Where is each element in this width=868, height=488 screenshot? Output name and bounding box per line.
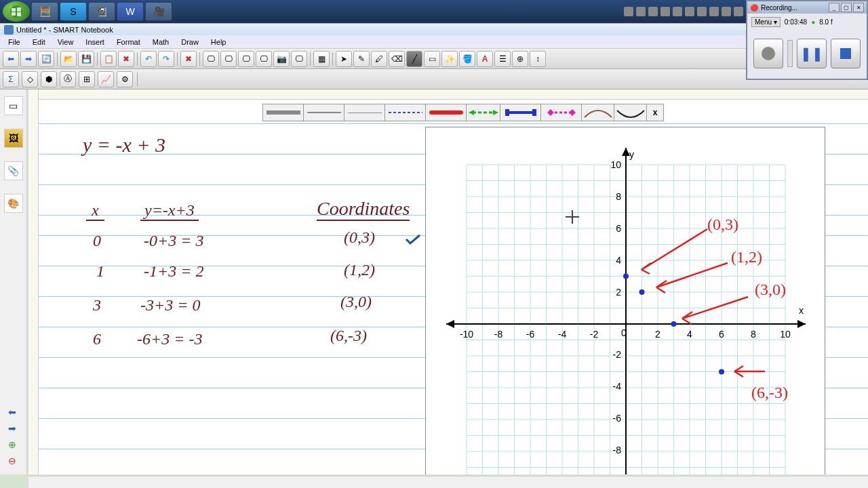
menu-math[interactable]: Math (147, 37, 174, 47)
pause-button[interactable]: ❚❚ (797, 39, 827, 68)
svg-text:-8: -8 (494, 329, 503, 340)
screen-1-button[interactable]: 🖵 (203, 51, 219, 67)
graph-button[interactable]: 📈 (98, 71, 114, 87)
menu-file[interactable]: File (3, 37, 26, 47)
line-style-solid-gray[interactable] (263, 104, 304, 121)
refresh-button[interactable]: 🔄 (38, 51, 54, 67)
sigma-button[interactable]: Σ (3, 71, 19, 87)
table-math-button[interactable]: ⊞ (79, 71, 95, 87)
svg-text:6: 6 (719, 329, 724, 340)
text-tool[interactable]: A (477, 51, 493, 67)
tray-icon[interactable] (697, 7, 707, 16)
line-style-arc-down[interactable] (614, 104, 647, 121)
delete-page-button[interactable]: ✖ (180, 51, 197, 67)
pen-tool[interactable]: ✎ (353, 51, 370, 67)
taskbar-skype[interactable]: S (60, 2, 87, 21)
screen-2-button[interactable]: 🖵 (220, 51, 237, 67)
properties-tab[interactable]: 🎨 (4, 194, 23, 213)
tray-icon[interactable] (685, 7, 694, 16)
delete-page-nav[interactable]: ⊖ (4, 454, 20, 468)
tray-icon[interactable] (648, 7, 658, 16)
save-button[interactable]: 💾 (78, 51, 94, 67)
line-style-dashed[interactable] (385, 104, 426, 121)
screen-4-button[interactable]: 🖵 (256, 51, 272, 67)
creative-pen-tool[interactable]: 🖊 (371, 51, 387, 67)
magic-pen-tool[interactable]: ✨ (441, 51, 458, 67)
tray-icon[interactable] (734, 7, 743, 16)
taskbar-notebook[interactable]: 📓 (88, 2, 115, 21)
forward-button[interactable]: ➡ (20, 51, 37, 67)
taskbar-recorder[interactable]: 🎥 (145, 2, 172, 21)
redo-button[interactable]: ↷ (158, 51, 174, 67)
tray-icon[interactable] (673, 7, 682, 16)
menu-edit[interactable]: Edit (27, 37, 51, 47)
record-button[interactable] (753, 39, 783, 68)
minimize-button[interactable]: _ (829, 3, 840, 12)
measurement-button[interactable]: ⊕ (512, 51, 528, 67)
gallery-tab[interactable]: 🖼 (4, 129, 23, 148)
tray-icon[interactable] (660, 7, 670, 16)
recording-time: 0:03:48 (785, 18, 807, 26)
row-y: -0+3 = 3 (144, 232, 203, 250)
coordinate-graph[interactable]: -10-8-6-4-20246810 108642-2-4-6-8 y x (425, 127, 825, 474)
compass-button[interactable]: Ⓐ (60, 71, 76, 87)
close-button[interactable]: ✕ (853, 3, 864, 12)
add-page-button[interactable]: ⊕ (4, 438, 20, 451)
menu-help[interactable]: Help (205, 37, 232, 47)
line-style-green-arrow[interactable] (467, 104, 500, 121)
tray-icon[interactable] (624, 7, 633, 16)
line-style-magenta-diamond[interactable] (541, 104, 582, 121)
row-coord: (1,2) (344, 261, 375, 279)
irregular-polygon-button[interactable]: ⬢ (41, 71, 57, 87)
tray-icon[interactable] (709, 7, 719, 16)
properties-button[interactable]: ☰ (494, 51, 511, 67)
recording-menu-dropdown[interactable]: Menu ▾ (751, 17, 781, 27)
menu-insert[interactable]: Insert (80, 37, 110, 47)
tray-icon[interactable] (722, 7, 731, 16)
launch-button[interactable]: ⚙ (117, 71, 133, 87)
line-style-blue-segment[interactable] (500, 104, 541, 121)
stop-button[interactable] (831, 39, 861, 68)
document-camera-button[interactable]: 🖵 (291, 51, 307, 67)
paste-button[interactable]: 📋 (100, 51, 117, 67)
capture-button[interactable]: 📷 (273, 51, 290, 67)
row-x: 0 (93, 232, 101, 250)
y-axis-label: y (629, 149, 634, 160)
line-style-thin[interactable] (304, 104, 344, 121)
shapes-tool[interactable]: ▭ (424, 51, 440, 67)
select-tool[interactable]: ➤ (336, 51, 352, 67)
taskbar-word[interactable]: W (117, 2, 144, 21)
shape-recognize-button[interactable]: ◇ (22, 71, 38, 87)
menu-view[interactable]: View (52, 37, 79, 47)
line-style-arc-up[interactable] (582, 104, 614, 121)
attachments-tab[interactable]: 📎 (4, 161, 23, 180)
recording-titlebar[interactable]: 🔴 Recording... _ ▢ ✕ (747, 1, 867, 14)
notebook-page[interactable]: x y = -x + 3 x y=-x+3 Coordinates 0 -0+3… (39, 100, 868, 474)
line-style-hairline[interactable] (344, 104, 385, 121)
taskbar-calculator[interactable]: 🧮 (31, 2, 58, 21)
start-button[interactable] (3, 1, 30, 22)
table-button[interactable]: ▦ (313, 51, 330, 67)
tray-icon[interactable] (636, 7, 646, 16)
row-coord: (6,-3) (330, 327, 367, 345)
horizontal-scrollbar[interactable] (28, 476, 868, 488)
line-style-red[interactable] (426, 104, 467, 121)
open-button[interactable]: 📂 (60, 51, 77, 67)
prev-page-arrow[interactable]: ⬅ (4, 405, 20, 419)
undo-button[interactable]: ↶ (140, 51, 157, 67)
delete-button[interactable]: ✖ (118, 51, 134, 67)
next-page-arrow[interactable]: ➡ (4, 422, 20, 435)
svg-text:8: 8 (751, 329, 756, 340)
page-sorter-tab[interactable]: ▭ (4, 96, 23, 115)
maximize-button[interactable]: ▢ (841, 3, 852, 12)
line-tool[interactable]: ╱ (406, 51, 422, 67)
menu-format[interactable]: Format (111, 37, 146, 47)
menu-draw[interactable]: Draw (176, 37, 204, 47)
back-button[interactable]: ⬅ (3, 51, 19, 67)
screen-3-button[interactable]: 🖵 (238, 51, 254, 67)
style-bar-close[interactable]: x (647, 104, 663, 121)
move-toolbar-button[interactable]: ↕ (530, 51, 546, 67)
svg-point-75 (719, 369, 724, 375)
fill-tool[interactable]: 🪣 (459, 51, 475, 67)
eraser-tool[interactable]: ⌫ (389, 51, 405, 67)
